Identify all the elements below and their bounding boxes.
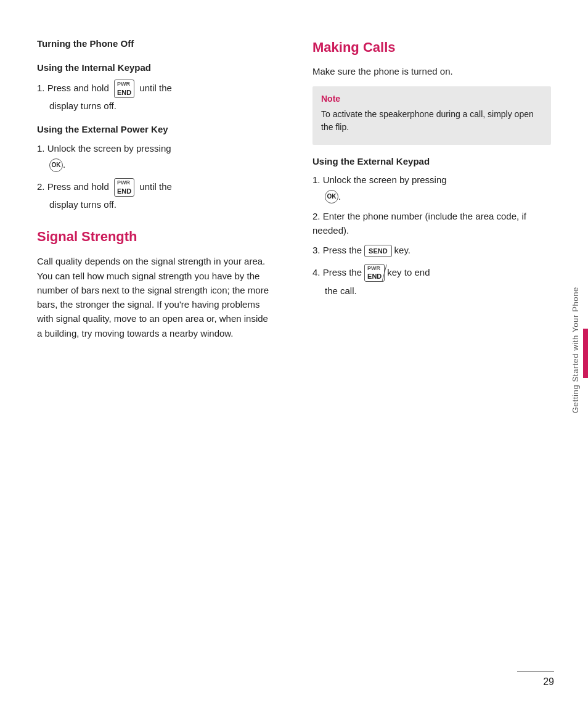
internal-step1-prefix: 1. Press and hold: [37, 83, 109, 93]
ext-step2-text: 2. Enter the phone number (include the a…: [312, 211, 526, 236]
send-key: SEND: [364, 244, 392, 258]
ok-key-1: OK: [49, 158, 63, 172]
turning-off-heading: Turning the Phone Off: [37, 37, 276, 51]
signal-strength-title: Signal Strength: [37, 226, 276, 247]
note-label: Note: [321, 92, 542, 105]
internal-step1-until: until the: [139, 83, 172, 93]
note-text: To activate the speakerphone during a ca…: [321, 108, 542, 134]
ext-step3-prefix: 3. Press the: [312, 244, 362, 258]
external-keypad-heading: Using the External Keypad: [312, 155, 551, 169]
ext-step4-cont: the call.: [312, 284, 479, 298]
external-power-heading: Using the External Power Key: [37, 123, 276, 137]
ok-key-2: OK: [325, 190, 338, 203]
sidebar: Getting Started with Your Phone: [563, 0, 588, 706]
ext-power-step2-prefix: 2. Press and hold: [37, 181, 109, 192]
sidebar-text: Getting Started with Your Phone: [570, 287, 582, 413]
internal-keypad-heading: Using the Internal Keypad: [37, 61, 276, 75]
ext-step4-prefix: 4. Press the: [312, 266, 362, 280]
making-calls-title: Making Calls: [312, 37, 551, 57]
ext-power-step2: 2. Press and hold PWR END until the disp…: [37, 178, 276, 211]
end-key-2: PWR END: [114, 181, 137, 192]
ext-keypad-step4: 4. Press the PWR END key to end the call…: [312, 264, 551, 298]
page-number: 29: [543, 676, 554, 688]
page-divider: [517, 671, 554, 672]
signal-para: Call quality depends on the signal stren…: [37, 254, 276, 340]
note-box: Note To activate the speakerphone during…: [312, 86, 551, 145]
end-key-1: PWR END: [114, 83, 137, 93]
right-column: Making Calls Make sure the phone is turn…: [306, 37, 551, 669]
ext-step3-suffix: key.: [394, 244, 410, 258]
making-calls-intro: Make sure the phone is turned on.: [312, 65, 551, 79]
ext-keypad-step3: 3. Press the SEND key.: [312, 244, 551, 258]
ext-power-step1: 1. Unlock the screen by pressing OK .: [37, 142, 276, 172]
end-key-diagonal: PWR END: [364, 264, 385, 282]
ext-keypad-step2: 2. Enter the phone number (include the a…: [312, 210, 551, 237]
left-column: Turning the Phone Off Using the Internal…: [37, 37, 282, 669]
ext-step4-suffix: key to end: [387, 266, 430, 280]
ext-power-step1-period: .: [63, 158, 65, 172]
internal-step1: 1. Press and hold PWR END until the disp…: [37, 80, 276, 113]
ext-step1-period: .: [338, 190, 341, 204]
internal-step1-cont: display turns off.: [37, 99, 172, 113]
ext-power-step2-until: until the: [139, 181, 172, 192]
ext-power-step2-cont: display turns off.: [37, 198, 172, 212]
ext-step1-text: 1. Unlock the screen by pressing: [312, 174, 447, 185]
ext-keypad-step1: 1. Unlock the screen by pressing OK .: [312, 173, 551, 203]
ext-power-step1-text: 1. Unlock the screen by pressing: [37, 143, 171, 154]
sidebar-bar: [583, 329, 588, 378]
